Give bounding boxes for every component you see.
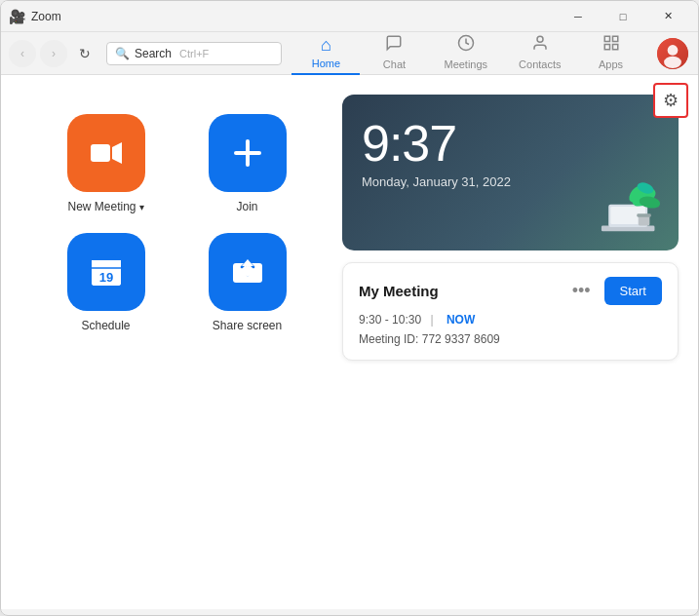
action-item-schedule[interactable]: 19 Schedule [50,233,162,332]
svg-rect-9 [91,144,110,162]
share-screen-label: Share screen [213,319,282,332]
svg-rect-4 [612,45,617,50]
action-item-share-screen[interactable]: Share screen [191,233,303,332]
tab-contacts[interactable]: Contacts [503,30,576,76]
svg-rect-32 [637,213,651,217]
svg-rect-23 [246,266,250,276]
chat-icon [385,34,403,57]
svg-point-8 [664,56,681,67]
schedule-button[interactable]: 19 [67,233,145,311]
main-content: ⚙ New Meeting ▾ [1,75,698,609]
more-options-button[interactable]: ••• [566,279,597,303]
action-grid: New Meeting ▾ Join [50,114,303,332]
svg-point-7 [668,45,679,56]
search-bar[interactable]: 🔍 Search Ctrl+F [106,42,282,65]
meeting-actions: ••• Start [566,277,662,305]
schedule-label: Schedule [81,319,130,332]
now-badge: NOW [447,313,475,327]
time-range-separator: - [385,313,392,327]
action-item-join[interactable]: Join [191,114,303,213]
meeting-id-label: Meeting ID: [359,332,418,346]
avatar-image [657,38,688,69]
nav-tabs: ⌂ Home Chat Mee [282,30,655,76]
right-panel: 9:37 Monday, January 31, 2022 [332,75,698,609]
tab-home[interactable]: ⌂ Home [291,31,360,75]
close-button[interactable]: ✕ [645,1,690,32]
join-label: Join [236,200,257,213]
meeting-start-time: 9:30 [359,313,381,327]
action-item-new-meeting[interactable]: New Meeting ▾ [50,114,162,213]
search-shortcut: Ctrl+F [179,48,209,59]
svg-text:19: 19 [98,270,112,285]
svg-rect-3 [612,36,617,41]
contacts-icon [531,34,549,57]
forward-button[interactable]: › [40,40,67,67]
share-screen-button[interactable] [209,233,287,311]
plus-icon [230,135,265,171]
svg-marker-10 [112,142,122,164]
clock-decoration [591,173,669,250]
tab-apps[interactable]: Apps [577,30,645,76]
clock-time: 9:37 [362,118,659,169]
search-text: Search [135,47,172,60]
tab-contacts-label: Contacts [519,58,561,70]
minimize-button[interactable]: ─ [556,1,601,32]
search-icon: 🔍 [115,47,130,60]
svg-rect-12 [234,151,261,155]
apps-icon [602,34,620,57]
join-button[interactable] [209,114,287,192]
left-panel: New Meeting ▾ Join [1,75,332,609]
meeting-header: My Meeting ••• Start [359,277,662,305]
window-title: Zoom [31,10,556,23]
tab-chat-label: Chat [383,58,406,70]
settings-button[interactable]: ⚙ [653,83,688,118]
home-icon: ⌂ [321,35,331,56]
svg-rect-5 [604,45,609,50]
time-divider: | [430,313,436,327]
toolbar: ‹ › ↻ 🔍 Search Ctrl+F ⌂ Home Chat [1,32,698,75]
app-icon: 🎥 [9,9,25,24]
calendar-icon: 19 [90,255,123,289]
avatar[interactable] [655,36,690,71]
video-icon [89,135,124,171]
new-meeting-button[interactable] [67,114,145,192]
tab-meetings[interactable]: Meetings [428,30,503,76]
refresh-button[interactable]: ↻ [71,40,98,67]
meeting-title: My Meeting [359,283,439,299]
tab-chat[interactable]: Chat [360,30,428,76]
tab-meetings-label: Meetings [444,58,487,70]
clock-card: 9:37 Monday, January 31, 2022 [342,95,679,250]
maximize-button[interactable]: □ [601,1,645,32]
dropdown-arrow-icon: ▾ [139,202,144,212]
meeting-id: Meeting ID: 772 9337 8609 [359,332,662,346]
svg-rect-2 [604,36,609,41]
svg-marker-22 [242,259,253,266]
meeting-id-value: 772 9337 8609 [422,332,500,346]
title-bar: 🎥 Zoom ─ □ ✕ [1,1,698,32]
start-meeting-button[interactable]: Start [604,277,662,305]
share-screen-icon [231,255,264,289]
back-button[interactable]: ‹ [9,40,36,67]
gear-icon: ⚙ [663,90,679,111]
meeting-end-time: 10:30 [392,313,421,327]
meeting-time: 9:30 - 10:30 | NOW [359,313,662,327]
window-controls: ─ □ ✕ [556,1,690,32]
svg-point-1 [537,36,543,42]
meetings-icon [457,34,475,57]
tab-apps-label: Apps [599,58,623,70]
tab-home-label: Home [312,58,340,69]
meeting-card: My Meeting ••• Start 9:30 - 10:30 | NOW … [342,262,679,361]
new-meeting-label: New Meeting ▾ [67,200,143,213]
